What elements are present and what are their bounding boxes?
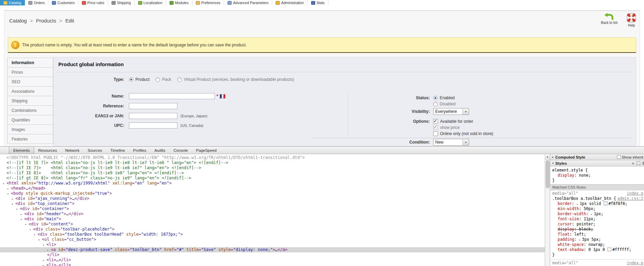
breadcrumb-products[interactable]: Products bbox=[36, 18, 56, 24]
devtools-tab-elements[interactable]: Elements bbox=[9, 147, 34, 154]
collapse-arrow-icon[interactable]: ▸ bbox=[20, 212, 24, 217]
devtools-code-scrollbar[interactable]: ▲ bbox=[545, 154, 550, 266]
code-line[interactable]: ▾<div id="main"> bbox=[0, 217, 545, 222]
sidebar-item-associations[interactable]: Associations bbox=[7, 86, 53, 96]
tab-shipping[interactable]: Shipping bbox=[108, 0, 135, 5]
devtools-tab-profiles[interactable]: Profiles bbox=[129, 147, 150, 154]
code-line[interactable]: ▾<html xmlns="http://www.w3.org/1999/xht… bbox=[0, 181, 545, 186]
css-property-row[interactable]: white-space: nowrap; bbox=[550, 242, 644, 247]
expand-arrow-icon[interactable]: ▾ bbox=[25, 222, 29, 227]
expand-arrow-icon[interactable]: ▸ bbox=[591, 212, 594, 217]
devtools-tab-sources[interactable]: Sources bbox=[84, 147, 106, 154]
collapse-arrow-icon[interactable]: ▸ bbox=[47, 248, 51, 253]
collapse-arrow-icon[interactable]: ▸ bbox=[7, 186, 11, 191]
code-line[interactable]: ▾<ul class="cc_button"> bbox=[0, 237, 545, 242]
expand-arrow-icon[interactable]: ▸ bbox=[579, 237, 582, 242]
status-disabled-radio[interactable] bbox=[433, 102, 438, 106]
expand-arrow-icon[interactable]: ▾ bbox=[20, 217, 24, 222]
gear-icon[interactable] bbox=[642, 161, 644, 165]
status-enabled-radio[interactable] bbox=[433, 96, 438, 100]
expand-arrow-icon[interactable]: ▾ bbox=[29, 227, 33, 232]
tab-catalog[interactable]: Catalog bbox=[0, 0, 25, 5]
element-state-icon[interactable] bbox=[636, 161, 640, 165]
expand-arrow-icon[interactable]: ▾ bbox=[38, 237, 42, 242]
expand-arrow-icon[interactable]: ▾ bbox=[16, 207, 20, 212]
name-input[interactable] bbox=[129, 93, 215, 99]
css-property-row[interactable]: display: none; bbox=[550, 173, 644, 178]
breadcrumb-catalog[interactable]: Catalog bbox=[9, 18, 27, 24]
stylesheet-link[interactable]: admin.css:2 bbox=[617, 196, 643, 201]
code-line[interactable]: <!--[if gt IE 8]> <html lang="fr" class=… bbox=[0, 176, 545, 181]
css-property-row[interactable]: display: block; bbox=[550, 227, 644, 232]
expand-arrow-icon[interactable]: ▾ bbox=[3, 181, 6, 186]
tab-modules[interactable]: Modules bbox=[166, 0, 192, 5]
devtools-tab-pagespeed[interactable]: PageSpeed bbox=[192, 147, 221, 154]
css-property-row[interactable]: padding: ▸3px 5px; bbox=[550, 237, 644, 242]
stylesheet-link[interactable]: index.p bbox=[627, 191, 643, 196]
upc-input[interactable] bbox=[129, 122, 177, 129]
tab-stats[interactable]: Stats bbox=[308, 0, 328, 5]
collapse-arrow-icon[interactable]: ▸ bbox=[43, 258, 46, 263]
scrollbar-thumb[interactable] bbox=[546, 160, 550, 188]
css-property-row[interactable]: min-width: 50px; bbox=[550, 206, 644, 211]
code-line[interactable]: ▸<head>…</head> bbox=[0, 186, 545, 191]
sidebar-item-prices[interactable]: Prices bbox=[7, 67, 53, 77]
new-style-rule-icon[interactable]: + bbox=[632, 161, 634, 166]
code-line[interactable]: ▾<div id="container"> bbox=[0, 206, 545, 211]
code-line[interactable]: <!DOCTYPE html PUBLIC "-//W3C//DTD XHTML… bbox=[0, 155, 545, 160]
css-property-row[interactable]: font-size: 11px; bbox=[550, 217, 644, 222]
code-line[interactable]: ▸<li>…</li> bbox=[0, 263, 545, 266]
show-inherited-checkbox[interactable] bbox=[617, 155, 621, 159]
condition-select[interactable]: New ▼ bbox=[433, 139, 469, 146]
sidebar-item-information[interactable]: Information bbox=[7, 58, 53, 68]
styles-header[interactable]: ▾ Styles + bbox=[550, 160, 644, 166]
code-line[interactable]: ▸<div id="ajax_running">…</div> bbox=[0, 196, 545, 201]
sidebar-item-images[interactable]: Images bbox=[7, 124, 53, 134]
devtools-tab-console[interactable]: Console bbox=[170, 147, 192, 154]
devtools-tab-resources[interactable]: Resources bbox=[34, 147, 61, 154]
show-price-checkbox[interactable] bbox=[433, 125, 438, 130]
code-line[interactable]: <!--[if lt IE 7]> <html class="no-js lt-… bbox=[0, 160, 545, 165]
css-property-row[interactable]: float: left; bbox=[550, 232, 644, 237]
tab-administration[interactable]: Administration bbox=[272, 0, 308, 5]
reference-input[interactable] bbox=[129, 103, 177, 109]
tab-localization[interactable]: Localization bbox=[135, 0, 166, 5]
code-line[interactable]: </li> bbox=[0, 252, 545, 257]
devtools-tab-network[interactable]: Network bbox=[61, 147, 84, 154]
stylesheet-link[interactable]: index.p bbox=[627, 261, 643, 266]
code-line[interactable]: ▸<li>…</li> bbox=[0, 257, 545, 263]
code-line[interactable]: ▾<li> bbox=[0, 242, 545, 247]
devtools-tab-audits[interactable]: Audits bbox=[150, 147, 170, 154]
expand-arrow-icon[interactable]: ▾ bbox=[34, 232, 38, 237]
code-line[interactable]: ▾<div class="toolbarBox toolbarHead" sty… bbox=[0, 232, 545, 237]
collapse-arrow-icon[interactable]: ▸ bbox=[12, 196, 15, 202]
css-property-row[interactable]: border-width: ▸1px; bbox=[550, 211, 644, 217]
type-pack-radio[interactable] bbox=[156, 77, 160, 82]
ean13-input[interactable] bbox=[129, 113, 177, 119]
online-only-checkbox[interactable] bbox=[433, 131, 438, 136]
help-button[interactable]: Help bbox=[623, 13, 640, 27]
sidebar-item-features[interactable]: Features bbox=[7, 134, 53, 144]
code-line[interactable]: ▾<body style quick-markup_injected="true… bbox=[0, 191, 545, 196]
visibility-select[interactable]: Everywhere ▼ bbox=[433, 108, 469, 115]
available-for-order-checkbox[interactable] bbox=[433, 119, 438, 124]
collapse-arrow-icon[interactable]: ▸ bbox=[43, 263, 46, 266]
expand-arrow-icon[interactable]: ▾ bbox=[43, 242, 46, 248]
css-property-row[interactable]: cursor: pointer; bbox=[550, 222, 644, 227]
tab-advanced-parameters[interactable]: Advanced Parameters bbox=[224, 0, 272, 5]
code-line[interactable]: ▾<div id="content"> bbox=[0, 222, 545, 227]
expand-arrow-icon[interactable]: ▾ bbox=[12, 202, 15, 207]
devtools-tab-timeline[interactable]: Timeline bbox=[106, 147, 129, 154]
tab-preferences[interactable]: Preferences bbox=[192, 0, 224, 5]
code-line[interactable]: ▾<div id="top_container"> bbox=[0, 201, 545, 206]
tab-customers[interactable]: Customers bbox=[48, 0, 78, 5]
sidebar-item-quantities[interactable]: Quantities bbox=[7, 115, 53, 125]
css-property-row[interactable]: border: ▸1px solid #f8f8f8; bbox=[550, 201, 644, 206]
type-virtual-product-radio[interactable] bbox=[177, 77, 182, 82]
code-line[interactable]: <!--[if IE 7]> <html class="no-js lt-ie9… bbox=[0, 165, 545, 171]
type-product-radio[interactable] bbox=[129, 77, 133, 82]
scroll-up-icon[interactable]: ▲ bbox=[545, 154, 550, 160]
computed-style-header[interactable]: ▸ Computed Style Show inherit bbox=[550, 154, 644, 160]
code-line[interactable]: ▸<a id="desc-product-save" class="toolba… bbox=[0, 247, 545, 252]
back-to-list-button[interactable]: Back to list bbox=[597, 13, 622, 25]
